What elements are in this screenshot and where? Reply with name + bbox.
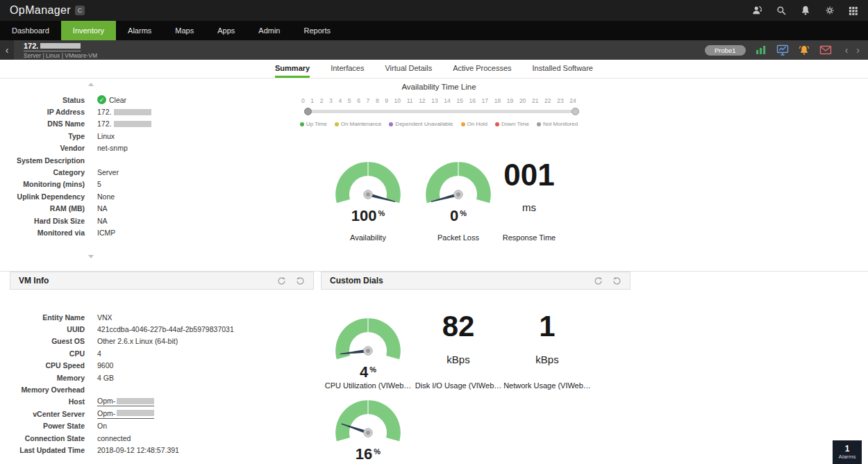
tab-active-processes[interactable]: Active Processes <box>453 60 511 78</box>
user-sync-icon[interactable] <box>751 4 763 17</box>
detail-label: System Description <box>0 156 85 165</box>
custom-dials-panel: Custom Dials <box>321 272 631 464</box>
nav-alarms[interactable]: Alarms <box>116 21 163 40</box>
scroll-down-icon[interactable] <box>88 255 94 258</box>
detail-row: Vendor net-snmp <box>0 142 229 154</box>
disk-io-unit: kBps <box>446 354 469 365</box>
timeline-tick: 15 <box>456 97 462 104</box>
tab-installed-software[interactable]: Installed Software <box>533 60 593 78</box>
vm-info-value: 421ccdba-4046-227b-44af-2b5979837031 <box>97 325 234 333</box>
prev-device-icon[interactable]: ‹ <box>845 44 849 56</box>
history-icon[interactable] <box>594 276 603 285</box>
device-graph-icon[interactable] <box>776 44 789 56</box>
detail-value: NA <box>97 217 108 225</box>
mail-icon[interactable] <box>819 45 832 55</box>
device-name: 172. <box>24 42 81 51</box>
detail-row: Monitoring (mins) 5 <box>0 179 229 190</box>
vm-info-row: Host Opm- <box>10 396 314 408</box>
detail-label: Category <box>0 168 85 176</box>
refresh-icon[interactable] <box>612 276 621 285</box>
refresh-icon[interactable] <box>296 276 305 285</box>
network-usage-unit: kBps <box>535 354 558 365</box>
legend-item: Up Time <box>300 121 327 127</box>
vm-info-row: vCenter Server Opm- <box>10 408 314 420</box>
redacted-block <box>114 109 151 115</box>
detail-row: IP Address 172. <box>0 106 229 117</box>
vm-info-value: 4 <box>97 349 101 358</box>
tab-interfaces[interactable]: Interfaces <box>331 60 364 78</box>
settings-gear-icon[interactable] <box>824 4 836 17</box>
timeline-tick: 23 <box>557 97 563 104</box>
legend-dot-icon <box>461 122 465 126</box>
timeline-tick: 19 <box>507 97 513 104</box>
scroll-up-icon[interactable] <box>88 83 94 86</box>
detail-label: Monitoring (mins) <box>0 180 85 188</box>
timeline-tick: 7 <box>367 97 370 104</box>
detail-value: 172. <box>97 108 151 116</box>
nav-maps[interactable]: Maps <box>163 21 206 40</box>
timeline-tick: 13 <box>431 97 437 104</box>
next-device-icon[interactable]: › <box>856 44 860 56</box>
vcenter-link[interactable]: Opm- <box>97 409 154 419</box>
legend-dot-icon <box>495 122 499 126</box>
timeline-tick: 18 <box>494 97 501 104</box>
detail-row: DNS Name 172. <box>0 118 229 130</box>
availability-timeline: Availability Time Line 01234567891011121… <box>300 83 578 127</box>
nav-admin[interactable]: Admin <box>247 21 292 40</box>
legend-label: Dependent Unavailable <box>395 121 453 127</box>
alarm-bell-icon[interactable] <box>798 44 810 56</box>
vm-info-row: Power StateOn <box>10 420 314 432</box>
nav-apps[interactable]: Apps <box>206 21 247 40</box>
legend-item: On Hold <box>461 121 487 127</box>
redacted-block <box>114 121 151 127</box>
vm-info-value: 2018-09-12 12:48:57.391 <box>97 446 179 454</box>
legend-item: Dependent Unavailable <box>389 121 453 127</box>
detail-label: IP Address <box>0 108 85 116</box>
vm-info-row: Guest OSOther 2.6.x Linux (64-bit) <box>10 335 314 347</box>
detail-row: Status ✓ Clear <box>0 94 229 106</box>
gauge-value: 16% <box>356 447 381 462</box>
history-icon[interactable] <box>277 276 286 285</box>
device-details-panel: Status ✓ Clear IP Address 172. DNS Name … <box>0 94 229 239</box>
disk-io-value: 82 <box>442 312 475 341</box>
device-header: ‹ 172. Server | Linux | VMware-VM Probe1 <box>0 40 868 60</box>
gauge-label: Packet Loss <box>437 233 479 242</box>
legend-label: On Hold <box>467 121 487 127</box>
vm-info-value: connected <box>97 434 131 442</box>
detail-row: Category Server <box>0 166 229 178</box>
legend-dot-icon <box>537 122 541 126</box>
legend-item: On Maintenance <box>335 121 382 127</box>
legend-dot-icon <box>389 122 393 126</box>
timeline-tick: 22 <box>544 97 551 104</box>
main-nav: Dashboard Inventory Alarms Maps Apps Adm… <box>0 21 868 40</box>
nav-inventory[interactable]: Inventory <box>61 21 116 40</box>
gauge-value: 4% <box>360 365 376 380</box>
notifications-bell-icon[interactable] <box>799 4 812 17</box>
performance-chart-icon[interactable] <box>755 44 767 56</box>
slider-handle-right[interactable] <box>571 108 579 115</box>
detail-row: RAM (MB) NA <box>0 203 229 215</box>
timeline-tick: 3 <box>329 97 333 104</box>
gauge-value: 100% <box>351 208 385 224</box>
status-text: Clear <box>109 96 126 104</box>
custom-dials-body: 4% CPU Utilization (VIWeb… 82 kBps Disk … <box>321 290 631 464</box>
search-icon[interactable] <box>775 4 787 17</box>
tab-virtual-details[interactable]: Virtual Details <box>385 60 432 78</box>
legend-label: Up Time <box>306 121 327 127</box>
apps-grid-icon[interactable] <box>848 6 858 16</box>
slider-handle-left[interactable] <box>304 108 312 115</box>
back-button[interactable]: ‹ <box>0 40 14 60</box>
nav-reports[interactable]: Reports <box>292 21 342 40</box>
host-link[interactable]: Opm- <box>97 397 154 406</box>
topbar-icons <box>751 4 858 17</box>
nav-dashboard[interactable]: Dashboard <box>0 21 61 40</box>
tab-summary[interactable]: Summary <box>275 60 310 78</box>
custom-dials-header: Custom Dials <box>321 272 631 290</box>
alarms-badge[interactable]: 1 Alarms <box>833 440 862 464</box>
timeline-slider-track[interactable] <box>306 110 576 113</box>
detail-row: Hard Disk Size NA <box>0 215 229 226</box>
response-time-value: 001 <box>503 160 554 190</box>
detail-value: Server <box>97 168 119 176</box>
timeline-tick: 14 <box>444 97 450 104</box>
detail-value: 172. <box>97 119 151 128</box>
